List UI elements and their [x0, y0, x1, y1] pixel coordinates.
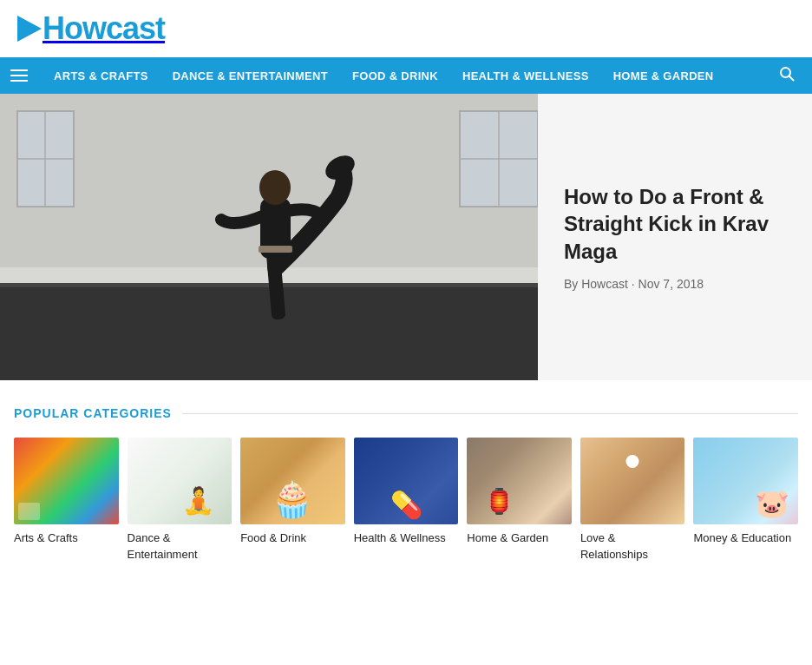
hero-video[interactable]	[0, 94, 538, 380]
section-divider	[182, 413, 798, 414]
category-card-arts[interactable]: Arts & Crafts	[14, 438, 119, 563]
svg-marker-0	[17, 16, 42, 42]
category-thumb-arts	[14, 438, 119, 524]
svg-point-18	[259, 170, 291, 205]
category-card-money[interactable]: Money & Education	[693, 438, 798, 563]
categories-grid: Arts & Crafts Dance & Entertainment Food…	[14, 438, 798, 563]
popular-section: POPULAR CATEGORIES Arts & Crafts Dance &…	[0, 406, 812, 589]
hero-info: How to Do a Front & Straight Kick in Kra…	[538, 94, 812, 380]
hero-video-placeholder	[0, 94, 538, 380]
category-label-home: Home & Garden	[467, 531, 548, 544]
nav-items: ARTS & CRAFTS DANCE & ENTERTAINMENT FOOD…	[42, 57, 772, 94]
category-label-love: Love & Relationships	[580, 531, 648, 561]
category-card-love[interactable]: Love & Relationships	[580, 438, 685, 563]
category-card-dance[interactable]: Dance & Entertainment	[128, 438, 232, 563]
category-card-home[interactable]: Home & Garden	[467, 438, 572, 563]
category-thumb-dance	[128, 438, 232, 524]
hamburger-menu[interactable]	[10, 69, 28, 82]
nav-item-dance-entertainment[interactable]: DANCE & ENTERTAINMENT	[160, 57, 340, 94]
hero-meta: By Howcast · Nov 7, 2018	[564, 277, 786, 291]
nav-item-health-wellness[interactable]: HEALTH & WELLNESS	[450, 57, 601, 94]
svg-rect-17	[259, 246, 292, 253]
category-label-dance: Dance & Entertainment	[128, 531, 198, 561]
search-icon[interactable]	[772, 66, 802, 86]
category-thumb-health	[354, 438, 459, 524]
hero-title: How to Do a Front & Straight Kick in Kra…	[564, 183, 786, 265]
hero-video-svg	[0, 94, 538, 380]
nav-item-home-garden[interactable]: HOME & GARDEN	[601, 57, 726, 94]
category-card-health[interactable]: Health & Wellness	[354, 438, 459, 563]
svg-rect-12	[0, 283, 538, 380]
svg-line-2	[789, 76, 794, 80]
category-thumb-love	[580, 438, 685, 524]
logo-text: Howcast	[43, 10, 165, 47]
category-label-health: Health & Wellness	[354, 531, 446, 544]
site-logo[interactable]: Howcast	[17, 10, 165, 47]
section-header: POPULAR CATEGORIES	[14, 406, 798, 420]
nav-item-arts-crafts[interactable]: ARTS & CRAFTS	[42, 57, 160, 94]
section-title: POPULAR CATEGORIES	[14, 406, 172, 420]
category-label-food: Food & Drink	[240, 531, 306, 544]
category-thumb-food	[240, 438, 345, 524]
category-label-arts: Arts & Crafts	[14, 531, 78, 544]
category-thumb-money	[693, 438, 798, 524]
logo-arrow-icon	[17, 16, 42, 42]
site-header: Howcast	[0, 0, 812, 57]
category-card-food[interactable]: Food & Drink	[240, 438, 345, 563]
category-label-money: Money & Education	[693, 531, 791, 544]
nav-item-food-drink[interactable]: FOOD & DRINK	[340, 57, 450, 94]
category-thumb-home	[467, 438, 572, 524]
nav-bar: ARTS & CRAFTS DANCE & ENTERTAINMENT FOOD…	[0, 57, 812, 94]
hero-section: How to Do a Front & Straight Kick in Kra…	[0, 94, 812, 380]
